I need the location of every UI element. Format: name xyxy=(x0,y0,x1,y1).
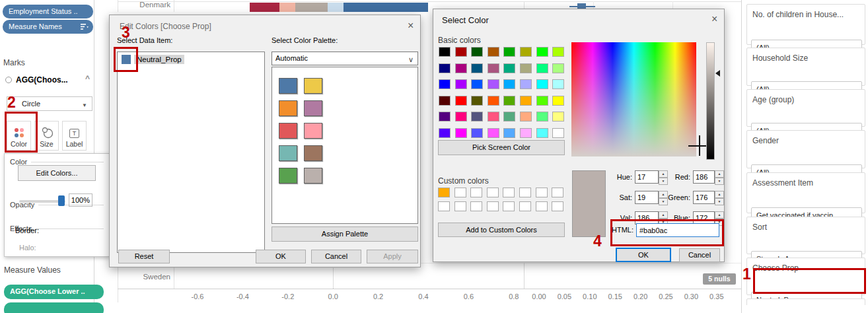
color-well[interactable] xyxy=(503,201,515,211)
color-well[interactable] xyxy=(520,112,532,122)
color-well[interactable] xyxy=(503,112,515,122)
hue-input[interactable] xyxy=(635,170,659,184)
color-well[interactable] xyxy=(536,201,548,211)
palette-combobox[interactable]: Automatic ∨ xyxy=(271,52,418,65)
color-well[interactable] xyxy=(487,188,499,197)
add-to-custom-colors-button[interactable]: Add to Custom Colors xyxy=(438,223,565,237)
color-well[interactable] xyxy=(552,201,563,211)
color-well[interactable] xyxy=(439,128,451,138)
color-well[interactable] xyxy=(519,201,531,211)
color-well[interactable] xyxy=(503,128,515,138)
palette-color-swatch[interactable] xyxy=(279,78,297,94)
color-well[interactable] xyxy=(552,63,564,73)
color-well[interactable] xyxy=(503,47,515,57)
marks-agg-field[interactable]: AGG(Choos... xyxy=(16,75,85,85)
color-well[interactable] xyxy=(520,47,532,57)
color-well[interactable] xyxy=(471,128,483,138)
color-well[interactable] xyxy=(438,201,450,211)
color-well[interactable] xyxy=(488,47,499,57)
color-well[interactable] xyxy=(536,63,548,73)
nulls-indicator-badge[interactable]: 5 nulls xyxy=(703,273,736,285)
color-well[interactable] xyxy=(439,112,451,122)
color-well[interactable] xyxy=(503,96,515,106)
color-well[interactable] xyxy=(488,96,499,106)
green-input[interactable] xyxy=(693,191,715,204)
color-well[interactable] xyxy=(488,128,499,138)
color-well[interactable] xyxy=(503,188,515,197)
list-item-neutral-prop[interactable]: Neutral_Prop xyxy=(122,55,264,64)
color-well[interactable] xyxy=(520,63,532,73)
edit-colors-button[interactable]: Edit Colors... xyxy=(18,165,96,181)
palette-color-swatch[interactable] xyxy=(304,100,322,116)
color-well[interactable] xyxy=(536,112,548,122)
opacity-value-field[interactable]: 100% xyxy=(69,193,92,207)
size-button[interactable]: Size xyxy=(34,121,59,151)
label-button[interactable]: T Label xyxy=(62,121,87,151)
reset-button[interactable]: Reset xyxy=(118,250,170,263)
close-icon[interactable]: × xyxy=(408,20,414,31)
color-well[interactable] xyxy=(488,63,499,73)
color-well[interactable] xyxy=(503,79,515,89)
color-well[interactable] xyxy=(552,112,564,122)
color-well[interactable] xyxy=(471,47,483,57)
color-well[interactable] xyxy=(454,188,466,197)
spin-up-icon[interactable]: ▲ xyxy=(715,170,724,178)
color-well[interactable] xyxy=(536,47,548,57)
color-well[interactable] xyxy=(536,128,548,138)
palette-color-swatch[interactable] xyxy=(304,168,322,184)
palette-color-swatch[interactable] xyxy=(279,100,297,116)
green-spin-buttons[interactable]: ▲▼ xyxy=(715,191,724,204)
color-well[interactable] xyxy=(455,63,467,73)
color-well[interactable] xyxy=(455,79,467,89)
color-well[interactable] xyxy=(439,79,451,89)
close-icon[interactable]: × xyxy=(711,14,717,24)
spin-up-icon[interactable]: ▲ xyxy=(715,191,724,198)
color-well[interactable] xyxy=(536,96,548,106)
spin-up-icon[interactable]: ▲ xyxy=(715,211,724,219)
measure-pill-upper[interactable] xyxy=(4,302,104,313)
shelf-pill-employment-status[interactable]: Employment Status .. xyxy=(3,5,93,18)
color-well[interactable] xyxy=(536,79,548,89)
color-well[interactable] xyxy=(470,201,482,211)
color-well[interactable] xyxy=(552,79,564,89)
color-well[interactable] xyxy=(439,63,451,73)
color-well[interactable] xyxy=(438,188,450,197)
palette-color-swatch[interactable] xyxy=(279,145,297,161)
ok-button[interactable]: OK xyxy=(616,248,671,262)
color-well[interactable] xyxy=(470,188,482,197)
value-slider-arrow[interactable] xyxy=(715,70,720,77)
red-input[interactable] xyxy=(693,170,715,184)
color-well[interactable] xyxy=(455,128,467,138)
pick-screen-color-button[interactable]: Pick Screen Color xyxy=(438,140,565,155)
color-well[interactable] xyxy=(454,201,466,211)
color-well[interactable] xyxy=(487,201,499,211)
color-well[interactable] xyxy=(488,79,499,89)
color-well[interactable] xyxy=(455,47,467,57)
scroll-up-caret[interactable]: ^ xyxy=(85,74,90,83)
spin-down-icon[interactable]: ▼ xyxy=(715,178,724,185)
opacity-slider-thumb[interactable] xyxy=(58,195,65,206)
color-well[interactable] xyxy=(552,96,564,106)
shelf-pill-measure-names[interactable]: Measure Names xyxy=(3,20,93,34)
color-well[interactable] xyxy=(471,79,483,89)
color-well[interactable] xyxy=(455,112,467,122)
color-well[interactable] xyxy=(519,188,531,197)
mark-type-dropdown[interactable]: Circle ▼ xyxy=(7,96,92,111)
color-well[interactable] xyxy=(552,188,563,197)
palette-color-swatch[interactable] xyxy=(304,123,322,139)
color-well[interactable] xyxy=(552,128,564,138)
color-well[interactable] xyxy=(439,47,451,57)
palette-color-swatch[interactable] xyxy=(279,123,297,139)
color-well[interactable] xyxy=(520,128,532,138)
color-well[interactable] xyxy=(536,188,548,197)
color-well[interactable] xyxy=(520,96,532,106)
color-well[interactable] xyxy=(455,96,467,106)
spin-down-icon[interactable]: ▼ xyxy=(715,198,724,205)
ok-button[interactable]: OK xyxy=(256,250,306,263)
sort-icon[interactable] xyxy=(81,23,89,31)
color-well[interactable] xyxy=(471,96,483,106)
palette-color-swatch[interactable] xyxy=(304,145,322,161)
palette-color-swatch[interactable] xyxy=(304,78,322,94)
cancel-button[interactable]: Cancel xyxy=(311,250,361,263)
color-well[interactable] xyxy=(552,47,564,57)
